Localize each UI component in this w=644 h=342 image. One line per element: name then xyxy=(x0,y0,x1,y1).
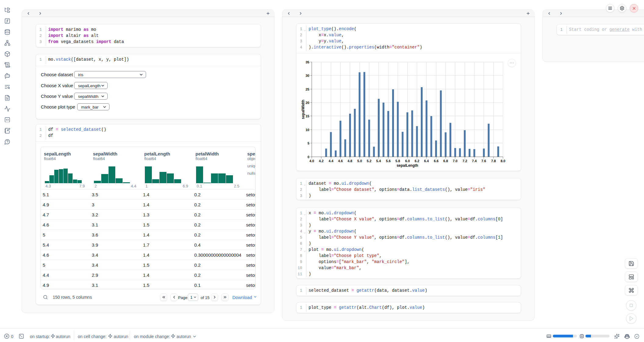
svg-text:15: 15 xyxy=(306,114,309,118)
svg-text:7.6: 7.6 xyxy=(481,159,486,163)
svg-text:25: 25 xyxy=(306,87,309,91)
svg-text:20: 20 xyxy=(306,101,309,105)
svg-text:6.0: 6.0 xyxy=(405,159,410,163)
svg-text:30: 30 xyxy=(306,74,309,77)
svg-text:sepalWidth: sepalWidth xyxy=(301,100,305,119)
svg-text:7.8: 7.8 xyxy=(491,159,496,163)
svg-text:4.8: 4.8 xyxy=(348,159,352,163)
svg-text:4.2: 4.2 xyxy=(319,159,324,163)
svg-text:6.4: 6.4 xyxy=(424,159,429,163)
svg-text:8.0: 8.0 xyxy=(501,159,505,163)
svg-text:5.4: 5.4 xyxy=(376,159,381,163)
svg-text:0: 0 xyxy=(307,155,309,159)
svg-text:5.8: 5.8 xyxy=(395,159,400,163)
svg-text:6.6: 6.6 xyxy=(434,159,438,163)
svg-text:5.6: 5.6 xyxy=(386,159,391,163)
svg-text:10: 10 xyxy=(306,128,309,132)
svg-text:4.4: 4.4 xyxy=(329,159,334,163)
svg-text:sepalLength: sepalLength xyxy=(397,163,418,168)
svg-text:7.4: 7.4 xyxy=(472,159,477,163)
svg-text:6.2: 6.2 xyxy=(415,159,419,163)
svg-text:7.0: 7.0 xyxy=(453,159,457,163)
svg-text:5.0: 5.0 xyxy=(357,159,362,163)
svg-text:5: 5 xyxy=(307,141,309,145)
svg-text:4.0: 4.0 xyxy=(309,159,314,163)
svg-text:35: 35 xyxy=(306,60,309,64)
svg-text:7.2: 7.2 xyxy=(463,159,467,163)
svg-text:6.8: 6.8 xyxy=(443,159,448,163)
svg-text:5.2: 5.2 xyxy=(367,159,371,163)
svg-text:4.6: 4.6 xyxy=(338,159,343,163)
